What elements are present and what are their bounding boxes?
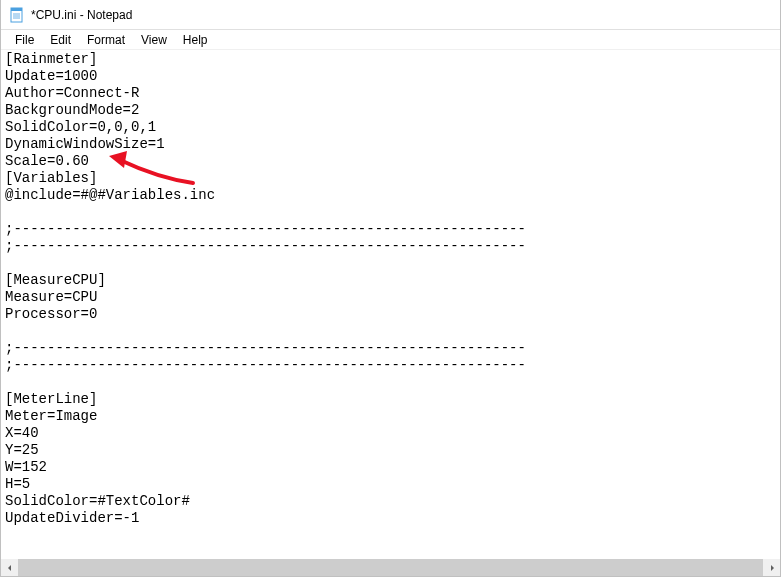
notepad-icon [9,7,25,23]
titlebar: *CPU.ini - Notepad [1,0,780,30]
scroll-track[interactable] [18,559,763,576]
scroll-thumb[interactable] [18,559,763,576]
text-editor-area[interactable]: [Rainmeter] Update=1000 Author=Connect-R… [1,50,780,559]
menubar: File Edit Format View Help [1,30,780,50]
svg-marker-7 [771,565,774,571]
menu-edit[interactable]: Edit [42,31,79,49]
scroll-left-button[interactable] [1,559,18,576]
horizontal-scrollbar[interactable] [1,559,780,576]
svg-marker-6 [8,565,11,571]
menu-file[interactable]: File [7,31,42,49]
scroll-right-button[interactable] [763,559,780,576]
menu-help[interactable]: Help [175,31,216,49]
window-title: *CPU.ini - Notepad [31,8,132,22]
menu-view[interactable]: View [133,31,175,49]
menu-format[interactable]: Format [79,31,133,49]
svg-rect-1 [11,8,22,11]
